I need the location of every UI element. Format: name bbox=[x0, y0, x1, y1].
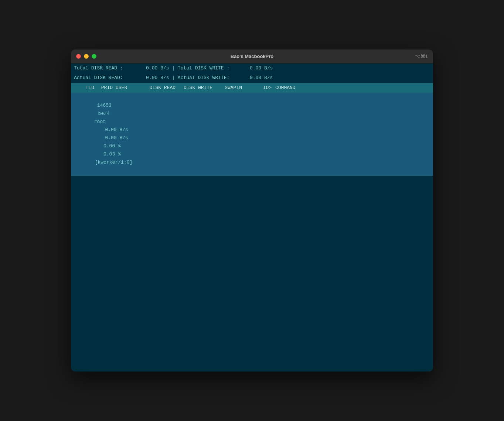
header-disk-write: DISK WRITE bbox=[176, 84, 212, 92]
header-swapin: SWAPIN bbox=[212, 84, 242, 92]
terminal-content[interactable]: Total DISK READ : 0.00 B/s | Total DISK … bbox=[71, 64, 433, 371]
close-button[interactable] bbox=[76, 54, 81, 59]
header-prio: PRIO bbox=[94, 84, 113, 92]
minimize-button[interactable] bbox=[84, 54, 89, 59]
cell-disk-write: 0.00 B/s bbox=[91, 134, 128, 142]
header-user: USER bbox=[113, 84, 139, 92]
header-io: IO> bbox=[242, 84, 272, 92]
traffic-lights bbox=[76, 54, 96, 59]
titlebar: Bao's MacbookPro ⌥⌘1 bbox=[71, 49, 433, 64]
maximize-button[interactable] bbox=[92, 54, 96, 59]
empty-terminal-area bbox=[71, 176, 433, 372]
table-row[interactable]: 14653 be/4 root 0.00 B/s 0.00 B/s 0.00 %… bbox=[71, 93, 433, 176]
table-header: TID PRIO USER DISK READ DISK WRITE SWAPI… bbox=[71, 83, 433, 93]
cell-command: [kworker/1:0] bbox=[91, 158, 132, 167]
stats-line-1: Total DISK READ : 0.00 B/s | Total DISK … bbox=[71, 64, 433, 73]
cell-user: root bbox=[91, 118, 117, 126]
window-title: Bao's MacbookPro bbox=[231, 54, 274, 59]
keyboard-shortcut: ⌥⌘1 bbox=[415, 54, 428, 59]
terminal-window: Bao's MacbookPro ⌥⌘1 Total DISK READ : 0… bbox=[71, 49, 433, 371]
header-disk-read: DISK READ bbox=[139, 84, 176, 92]
cell-io: 0.03 % bbox=[91, 150, 121, 158]
cell-disk-read: 0.00 B/s bbox=[91, 126, 128, 134]
header-tid: TID bbox=[74, 84, 94, 92]
cell-prio: be/4 bbox=[91, 110, 110, 118]
header-command: COMMAND bbox=[272, 84, 430, 92]
cell-swapin: 0.00 % bbox=[91, 142, 121, 150]
cell-tid: 14653 bbox=[91, 102, 112, 110]
stats-line-2: Actual DISK READ: 0.00 B/s | Actual DISK… bbox=[71, 73, 433, 83]
